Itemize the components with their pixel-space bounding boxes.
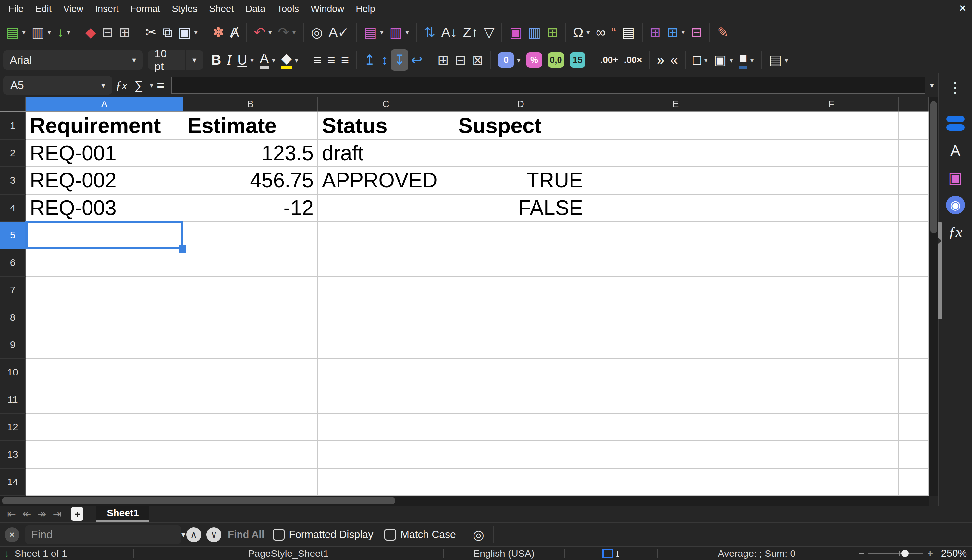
row-header-2[interactable]: 2 (0, 140, 26, 167)
row-header-10[interactable]: 10 (0, 359, 26, 387)
cell-C7[interactable] (318, 277, 454, 304)
cell-E10[interactable] (587, 359, 764, 387)
freeze-panes-button[interactable]: ⊞ (647, 22, 664, 43)
cell-E4[interactable] (587, 195, 764, 222)
cell-C14[interactable] (318, 468, 454, 496)
cell-E12[interactable] (587, 414, 764, 441)
row-header-11[interactable]: 11 (0, 386, 26, 414)
undo-button[interactable]: ↶▾ (251, 22, 275, 43)
sort-ascending-button[interactable]: A↓ (438, 22, 460, 43)
cell-partial-6[interactable] (899, 249, 929, 277)
menu-edit[interactable]: Edit (30, 2, 57, 16)
insert-image-button[interactable]: ▣ (506, 22, 525, 43)
name-box[interactable]: A5 ▾ (3, 76, 112, 95)
find-next-button[interactable]: ∨ (206, 527, 221, 542)
expand-formula-bar-icon[interactable]: ▾ (930, 80, 934, 90)
cell-D7[interactable] (454, 277, 587, 304)
wrap-text-button[interactable]: ↩ (408, 49, 425, 71)
cell-partial-5[interactable] (899, 222, 929, 249)
find-replace-button[interactable]: ◎ (308, 22, 326, 43)
highlighting-color-button[interactable]: ◆▾ (278, 49, 301, 71)
sort-descending-button[interactable]: Z↑ (460, 22, 481, 43)
vertical-scrollbar-thumb[interactable] (930, 101, 937, 233)
cell-A5[interactable] (26, 222, 183, 249)
sidebar-navigator-button[interactable]: ◉ (945, 194, 966, 216)
cell-C12[interactable] (318, 414, 454, 441)
cell-A6[interactable] (26, 249, 183, 277)
formula-icon[interactable]: = (157, 79, 164, 92)
cell-A3[interactable]: REQ-002 (26, 167, 183, 195)
cell-E8[interactable] (587, 304, 764, 332)
row-header-12[interactable]: 12 (0, 414, 26, 441)
increase-indent-button[interactable]: » (654, 49, 667, 71)
sidebar-properties-button[interactable] (945, 113, 966, 134)
cell-A1[interactable]: Requirement (26, 112, 183, 140)
row-header-6[interactable]: 6 (0, 249, 26, 277)
cell-F5[interactable] (764, 222, 899, 249)
cell-C4[interactable] (318, 195, 454, 222)
highlighting-color-dropdown[interactable]: ▾ (295, 56, 299, 65)
save-dropdown[interactable]: ▾ (67, 28, 70, 37)
new-button[interactable]: ▤▾ (3, 22, 28, 43)
cell-A9[interactable] (26, 332, 183, 359)
cell-partial-10[interactable] (899, 359, 929, 387)
italic-button[interactable]: I (224, 49, 234, 71)
cell-partial-2[interactable] (899, 140, 929, 167)
sidebar-settings-menu-button[interactable]: ⋮ (945, 77, 966, 98)
cell-F11[interactable] (764, 386, 899, 414)
font-color-dropdown[interactable]: ▾ (272, 56, 276, 65)
sidebar-styles-button[interactable]: A (945, 140, 966, 161)
format-currency-button[interactable]: 0▾ (495, 49, 524, 71)
redo-button[interactable]: ↷▾ (275, 22, 299, 43)
row-header-4[interactable]: 4 (0, 195, 26, 222)
cell-A4[interactable]: REQ-003 (26, 195, 183, 222)
cell-D12[interactable] (454, 414, 587, 441)
clone-formatting-button[interactable]: ✽ (210, 22, 227, 43)
cell-partial-4[interactable] (899, 195, 929, 222)
menu-format[interactable]: Format (125, 2, 166, 16)
cell-F2[interactable] (764, 140, 899, 167)
zoom-level[interactable]: 250% (937, 548, 967, 559)
cell-partial-9[interactable] (899, 332, 929, 359)
column-header-A[interactable]: A (26, 97, 183, 110)
menu-styles[interactable]: Styles (166, 2, 203, 16)
paste-button[interactable]: ▣▾ (175, 22, 201, 43)
cut-button[interactable]: ✂ (142, 22, 160, 43)
cell-B6[interactable] (183, 249, 318, 277)
cell-D8[interactable] (454, 304, 587, 332)
insert-row-dropdown[interactable]: ▾ (380, 28, 384, 37)
insert-column-button[interactable]: ▥▾ (386, 22, 412, 43)
insert-pivot-table-button[interactable]: ⊞ (544, 22, 561, 43)
cell-F3[interactable] (764, 167, 899, 195)
special-character-dropdown[interactable]: ▾ (586, 28, 590, 37)
font-name-combo[interactable]: Arial▾ (3, 50, 143, 70)
merge-center-cells-button[interactable]: ⊞ (435, 49, 452, 71)
sort-button[interactable]: ⇅ (421, 22, 438, 43)
last-sheet-button[interactable]: ⇥ (49, 508, 65, 520)
cell-D9[interactable] (454, 332, 587, 359)
row-header-14[interactable]: 14 (0, 468, 26, 496)
freeze-rows-columns-button[interactable]: ⊟ (688, 22, 705, 43)
row-header-13[interactable]: 13 (0, 441, 26, 468)
format-number-button[interactable]: 0,0 (545, 49, 567, 71)
format-percent-button[interactable]: % (524, 49, 545, 71)
cell-partial-12[interactable] (899, 414, 929, 441)
menu-view[interactable]: View (57, 2, 89, 16)
row-header-5[interactable]: 5 (0, 222, 26, 249)
cell-A8[interactable] (26, 304, 183, 332)
special-character-button[interactable]: Ω▾ (570, 22, 593, 43)
cell-A13[interactable] (26, 441, 183, 468)
borders-dropdown[interactable]: ▾ (704, 56, 708, 65)
cell-E14[interactable] (587, 468, 764, 496)
cell-D13[interactable] (454, 441, 587, 468)
cell-partial-11[interactable] (899, 386, 929, 414)
add-decimal-place-button[interactable]: .00+ (597, 49, 621, 71)
cell-F10[interactable] (764, 359, 899, 387)
cell-A7[interactable] (26, 277, 183, 304)
column-header-D[interactable]: D (454, 97, 587, 110)
cell-D3[interactable]: TRUE (454, 167, 587, 195)
font-size-combo-dropdown[interactable]: ▾ (185, 50, 203, 70)
border-color-dropdown[interactable]: ▾ (750, 56, 754, 65)
spelling-button[interactable]: A✓ (326, 22, 352, 43)
headers-footers-button[interactable]: ▤ (619, 22, 638, 43)
